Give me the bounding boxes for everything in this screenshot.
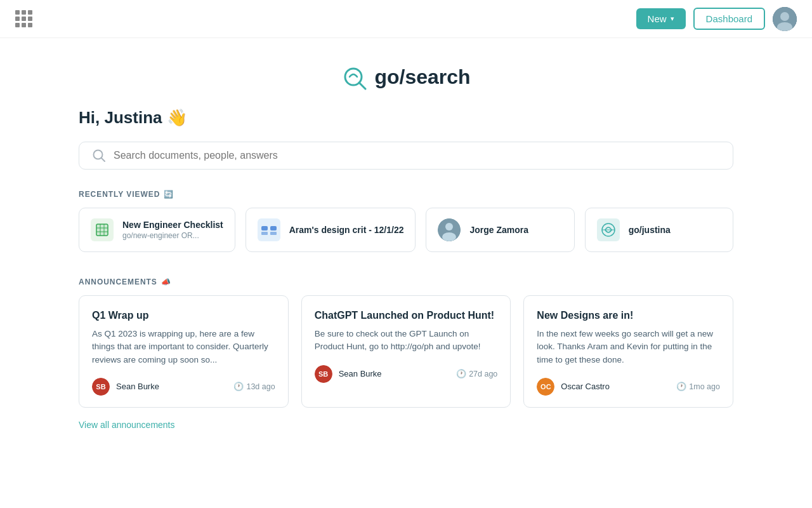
ann-author: Oscar Castro	[561, 382, 610, 391]
balsamiq-icon	[258, 218, 280, 241]
ann-time-wrap: 🕐 1mo ago	[676, 382, 720, 391]
recently-viewed-label: RECENTLY VIEWED	[79, 190, 160, 199]
recent-subtitle: go/new-engineer OR...	[122, 231, 223, 240]
recent-card-design-crit[interactable]: Aram's design crit - 12/1/22	[246, 208, 416, 252]
logo-area: go/search	[79, 64, 733, 90]
dashboard-button[interactable]: Dashboard	[693, 8, 765, 30]
author-avatar-sean2: SB	[315, 365, 332, 383]
recently-viewed-header: RECENTLY VIEWED 🔄	[79, 190, 733, 199]
search-icon	[92, 149, 106, 163]
gosearch-logo-icon	[341, 64, 368, 90]
header-left	[15, 10, 32, 27]
announcements-grid: Q1 Wrap up As Q1 2023 is wrapping up, he…	[79, 295, 733, 408]
svg-point-1	[780, 12, 789, 21]
ann-author: Sean Burke	[339, 369, 382, 378]
recent-card-text: Jorge Zamora	[469, 225, 528, 235]
new-label: New	[648, 13, 667, 24]
svg-rect-7	[96, 224, 108, 236]
svg-rect-16	[270, 232, 277, 235]
announcement-card-chatgpt[interactable]: ChatGPT Launched on Product Hunt! Be sur…	[301, 295, 511, 408]
chevron-down-icon: ▾	[671, 15, 674, 23]
ann-body: In the next few weeks go search will get…	[537, 328, 720, 366]
new-button[interactable]: New ▾	[636, 8, 686, 29]
announcements-label: ANNOUNCEMENTS	[79, 277, 157, 286]
ann-title: New Designs are in!	[537, 310, 720, 321]
recent-title: New Engineer Checklist	[122, 220, 223, 230]
recently-viewed-emoji: 🔄	[164, 190, 174, 199]
announcement-card-q1[interactable]: Q1 Wrap up As Q1 2023 is wrapping up, he…	[79, 295, 289, 408]
user-avatar[interactable]	[773, 7, 797, 31]
ann-footer: SB Sean Burke 🕐 27d ago	[315, 365, 498, 383]
author-avatar-oscar: OC	[537, 378, 554, 396]
gosearch-link-icon	[597, 218, 620, 241]
recent-card-text: go/justina	[629, 225, 671, 235]
svg-line-4	[359, 83, 365, 89]
clock-icon: 🕐	[233, 382, 244, 391]
ann-title: ChatGPT Launched on Product Hunt!	[315, 310, 498, 321]
svg-point-19	[442, 232, 456, 241]
header-right: New ▾ Dashboard	[636, 7, 797, 31]
recent-card-justina[interactable]: go/justina	[585, 208, 733, 252]
ann-time: 13d ago	[246, 382, 275, 391]
main-content: go/search Hi, Justina 👋 RECENTLY VIEWED …	[63, 38, 749, 456]
view-all-announcements-link[interactable]: View all announcements	[79, 420, 175, 430]
clock-icon: 🕐	[676, 382, 686, 391]
recent-card-text: New Engineer Checklist go/new-engineer O…	[122, 220, 223, 240]
jorge-avatar-icon	[438, 218, 461, 241]
ann-footer: OC Oscar Castro 🕐 1mo ago	[537, 378, 720, 396]
ann-title: Q1 Wrap up	[92, 310, 275, 321]
announcements-header: ANNOUNCEMENTS 📣	[79, 277, 733, 286]
clock-icon: 🕐	[456, 369, 466, 378]
ann-body: As Q1 2023 is wrapping up, here are a fe…	[92, 328, 275, 366]
recent-title: go/justina	[629, 225, 671, 235]
svg-point-18	[445, 223, 453, 231]
search-input[interactable]	[114, 150, 720, 161]
recent-card-checklist[interactable]: New Engineer Checklist go/new-engineer O…	[79, 208, 235, 252]
logo-text: go/search	[374, 65, 470, 89]
recent-title: Jorge Zamora	[469, 225, 528, 235]
recent-card-jorge[interactable]: Jorge Zamora	[426, 208, 574, 252]
svg-rect-14	[270, 226, 277, 231]
svg-line-6	[102, 158, 105, 162]
sheets-icon	[91, 218, 114, 241]
header: New ▾ Dashboard	[0, 0, 812, 38]
recently-viewed-grid: New Engineer Checklist go/new-engineer O…	[79, 208, 733, 252]
announcement-card-designs[interactable]: New Designs are in! In the next few week…	[523, 295, 733, 408]
announcements-emoji: 📣	[161, 277, 171, 286]
svg-rect-15	[261, 232, 268, 235]
ann-time-wrap: 🕐 13d ago	[233, 382, 275, 391]
ann-time-wrap: 🕐 27d ago	[456, 369, 497, 378]
ann-time: 27d ago	[469, 370, 497, 378]
ann-footer: SB Sean Burke 🕐 13d ago	[92, 378, 275, 396]
person-avatar	[438, 218, 461, 241]
ann-time: 1mo ago	[689, 382, 720, 391]
recent-card-text: Aram's design crit - 12/1/22	[289, 225, 404, 235]
author-avatar-sean1: SB	[92, 378, 110, 396]
dashboard-label: Dashboard	[706, 13, 752, 24]
avatar-image	[773, 7, 797, 31]
ann-author: Sean Burke	[116, 382, 159, 391]
search-box	[79, 142, 733, 170]
ann-body: Be sure to check out the GPT Launch on P…	[315, 328, 498, 354]
apps-icon[interactable]	[15, 10, 32, 27]
greeting: Hi, Justina 👋	[79, 108, 733, 128]
svg-rect-13	[261, 226, 268, 231]
recent-title: Aram's design crit - 12/1/22	[289, 225, 404, 235]
